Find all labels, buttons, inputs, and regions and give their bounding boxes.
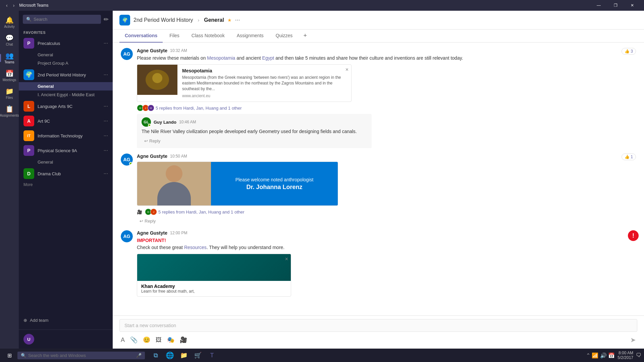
taskbar-search-input[interactable]	[28, 353, 134, 358]
avatar-agne-1: AG	[121, 48, 133, 60]
message-header-2: Agne Gustyte 10:50 AM	[137, 154, 636, 159]
channel-precalculus-project[interactable]: Project Group A	[19, 59, 113, 67]
like-count-2: 1	[631, 155, 633, 159]
video-button[interactable]: 🎥	[180, 336, 187, 344]
team-item-info-tech[interactable]: IT Information Technology ···	[19, 128, 113, 143]
nav-forward-button[interactable]: ›	[11, 2, 17, 9]
like-badge-1[interactable]: 👍 3	[622, 48, 636, 55]
microphone-icon[interactable]: 🎤	[136, 353, 142, 358]
channel-team-icon: 🌍	[119, 15, 130, 25]
khan-card-content: Khan Academy Learn for free about math, …	[137, 281, 291, 296]
team-item-art[interactable]: A Art 9C ···	[19, 114, 113, 128]
rail-item-assignments[interactable]: 📋 Assignments	[0, 102, 19, 120]
like-badge-2[interactable]: 👍 1	[622, 154, 636, 160]
team-item-world-history[interactable]: 🌍 2nd Period World History ···	[19, 67, 113, 82]
reply-avatars-1: H J H	[137, 105, 153, 111]
close-khan-card-button[interactable]: ×	[285, 256, 288, 262]
team-more-physical-science[interactable]: ···	[104, 147, 108, 154]
channel-tabs: Conversations Files Class Notebook Assig…	[113, 29, 644, 43]
channel-precalculus-general[interactable]: General	[19, 51, 113, 59]
team-more-precalculus[interactable]: ···	[104, 40, 108, 46]
start-button[interactable]: ⊞	[3, 350, 16, 361]
channel-header: 🌍 2nd Period World History › General ★ ·…	[113, 11, 644, 29]
taskbar-teams-app[interactable]: T	[205, 350, 219, 361]
tab-files[interactable]: Files	[164, 29, 185, 43]
user-avatar[interactable]: U	[23, 334, 34, 345]
nav-back-button[interactable]: ‹	[4, 2, 10, 9]
link-mesopotamia[interactable]: Mesopotamia	[207, 55, 235, 61]
replies-row-1[interactable]: H J H 5 replies from Hardi, Jan, Huang a…	[137, 105, 636, 111]
channel-world-history-egypt[interactable]: I. Ancient Egypt - Middle East	[19, 90, 113, 99]
team-name-drama: Drama Club	[38, 171, 100, 176]
rail-item-teams[interactable]: 👥 Teams	[0, 49, 19, 67]
attach-button[interactable]: 📎	[130, 336, 138, 344]
team-item-language-arts[interactable]: L Language Arts 9C ···	[19, 99, 113, 114]
team-item-precalculus[interactable]: P Precalculus ···	[19, 36, 113, 51]
favorite-star-icon[interactable]: ★	[227, 17, 232, 23]
reply-button-2[interactable]: ↩ Reply	[137, 217, 636, 225]
search-icon: 🔍	[26, 17, 32, 22]
welcome-text: Please welcome noted anthropologist	[235, 177, 314, 182]
taskbar-store[interactable]: 🛒	[191, 350, 205, 361]
team-avatar-precalculus: P	[23, 38, 34, 49]
important-badge: !	[628, 230, 639, 241]
gif-button[interactable]: 🖼	[156, 337, 162, 344]
task-view-icon: ⧉	[154, 352, 158, 359]
rail-item-files[interactable]: 📁 Files	[0, 84, 19, 102]
team-more-language-arts[interactable]: ···	[104, 103, 108, 109]
link-egypt[interactable]: Egypt	[262, 55, 274, 61]
tab-add-button[interactable]: +	[299, 29, 311, 43]
tab-class-notebook[interactable]: Class Notebook	[186, 29, 230, 43]
taskbar-edge[interactable]: 🌐	[163, 350, 176, 361]
rail-item-meetings[interactable]: 📅 Meetings	[0, 67, 19, 84]
sender-agne-2: Agne Gustyte	[137, 154, 167, 159]
reply-label-guy: Reply	[149, 138, 160, 143]
tab-assignments[interactable]: Assignments	[231, 29, 269, 43]
compose-button[interactable]: ✏	[104, 16, 109, 23]
team-item-drama[interactable]: D Drama Club ···	[19, 166, 113, 181]
close-button[interactable]: ✕	[625, 0, 640, 11]
reply-button-guy[interactable]: ↩ Reply	[142, 137, 367, 145]
team-item-physical-science[interactable]: P Physical Science 9A ···	[19, 143, 113, 158]
taskbar-explorer[interactable]: 📁	[177, 350, 191, 361]
tab-quizzes[interactable]: Quizzes	[270, 29, 298, 43]
more-link[interactable]: More	[19, 181, 113, 191]
svg-point-2	[152, 73, 162, 83]
sticker-button[interactable]: 🎭	[167, 336, 174, 344]
taskbar-search-box[interactable]: 🔍 🎤	[17, 352, 145, 359]
taskbar-task-view[interactable]: ⧉	[149, 350, 162, 361]
notification-icon[interactable]: 🗨	[636, 352, 641, 358]
rail-item-activity[interactable]: 🔔 Activity	[0, 13, 19, 31]
chat-icon: 💬	[5, 34, 14, 42]
format-button[interactable]: A	[121, 337, 125, 344]
team-more-info-tech[interactable]: ···	[104, 133, 108, 139]
message-text-3: IMPORTANT! Check out these great Resourc…	[137, 237, 636, 251]
emoji-button[interactable]: 😊	[143, 336, 150, 344]
add-team-button[interactable]: ⊕ Add team	[19, 314, 113, 327]
team-more-art[interactable]: ···	[104, 118, 108, 124]
thumb-up-icon-2: 👍	[625, 155, 630, 159]
replies-row-2[interactable]: 🎥 H J 5 replies from Hardi, Jan, Huang a…	[137, 208, 636, 215]
team-more-world-history[interactable]: ···	[104, 72, 108, 78]
search-input[interactable]	[34, 17, 98, 22]
message-text-1: Please review these materials on Mesopot…	[137, 55, 636, 62]
add-team-label: Add team	[30, 318, 49, 323]
link-resources[interactable]: Resources	[184, 245, 207, 250]
channel-world-history-general[interactable]: General	[19, 82, 113, 90]
rail-item-chat[interactable]: 💬 Chat	[0, 31, 19, 49]
inline-message-guy: GL Guy Lando 10:46 AM The Nile River Val…	[137, 114, 372, 148]
team-more-drama[interactable]: ···	[104, 171, 108, 177]
tab-conversations[interactable]: Conversations	[119, 29, 163, 43]
channel-more-button[interactable]: ···	[235, 16, 240, 23]
important-label: IMPORTANT!	[137, 238, 166, 243]
link-card-mesopotamia: Mesopotamia Mesopotamia (from the Greek …	[137, 64, 352, 102]
restore-button[interactable]: ❐	[608, 0, 623, 11]
close-card-button[interactable]: ×	[345, 67, 348, 73]
minimize-button[interactable]: —	[591, 0, 606, 11]
taskbar-right: ⌃ 📶 🔊 📅 8:00 AM 5/2/2017 🗨	[586, 351, 641, 360]
avatar-circle-agne-3: AG	[121, 230, 133, 242]
search-box[interactable]: 🔍	[23, 15, 101, 24]
composer-input-area[interactable]: Start a new conversation	[119, 319, 637, 332]
send-button[interactable]: ➤	[630, 336, 636, 344]
channel-physical-science-general[interactable]: General	[19, 158, 113, 166]
